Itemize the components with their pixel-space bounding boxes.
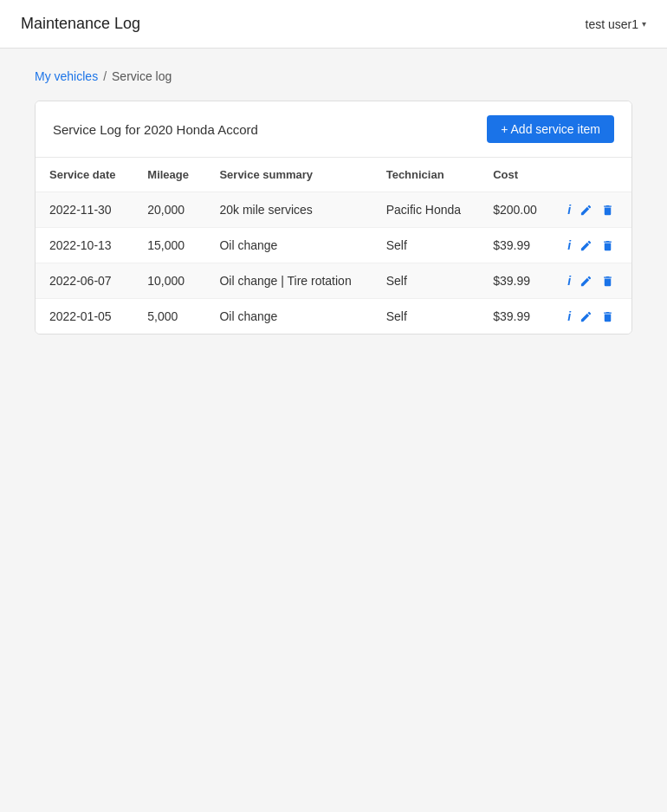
edit-icon[interactable]: [580, 239, 593, 252]
delete-icon[interactable]: [601, 275, 614, 288]
col-technician: Technician: [372, 158, 480, 192]
table-body: 2022-11-30 20,000 20k mile services Paci…: [36, 192, 631, 335]
user-menu[interactable]: test user1 ▾: [586, 17, 646, 31]
cell-date: 2022-10-13: [36, 228, 133, 263]
cell-cost: $200.00: [479, 192, 554, 228]
delete-icon[interactable]: [601, 310, 614, 323]
table-row: 2022-01-05 5,000 Oil change Self $39.99 …: [36, 299, 631, 335]
table-header: Service date Mileage Service summary Tec…: [36, 158, 631, 192]
cell-summary: Oil change: [205, 228, 372, 263]
table-row: 2022-10-13 15,000 Oil change Self $39.99…: [36, 228, 631, 263]
cell-technician: Self: [372, 299, 480, 335]
table-row: 2022-11-30 20,000 20k mile services Paci…: [36, 192, 631, 228]
service-log-card: Service Log for 2020 Honda Accord + Add …: [35, 101, 632, 335]
table-row: 2022-06-07 10,000 Oil change | Tire rota…: [36, 263, 631, 299]
chevron-down-icon: ▾: [642, 19, 646, 29]
cell-date: 2022-06-07: [36, 263, 133, 299]
cell-technician: Pacific Honda: [372, 192, 480, 228]
card-title: Service Log for 2020 Honda Accord: [53, 122, 258, 137]
cell-mileage: 5,000: [133, 299, 205, 335]
col-mileage: Mileage: [133, 158, 205, 192]
card-header: Service Log for 2020 Honda Accord + Add …: [36, 101, 631, 158]
info-icon[interactable]: i: [567, 274, 571, 288]
cell-technician: Self: [372, 228, 480, 263]
service-log-table: Service date Mileage Service summary Tec…: [36, 158, 631, 334]
breadcrumb-separator: /: [103, 69, 107, 83]
col-service-date: Service date: [36, 158, 133, 192]
app-title: Maintenance Log: [21, 15, 140, 33]
edit-icon[interactable]: [580, 204, 593, 217]
info-icon[interactable]: i: [567, 203, 571, 217]
edit-icon[interactable]: [580, 275, 593, 288]
cell-date: 2022-11-30: [36, 192, 133, 228]
cell-cost: $39.99: [479, 263, 554, 299]
cell-summary: 20k mile services: [205, 192, 372, 228]
cell-mileage: 10,000: [133, 263, 205, 299]
cell-actions: i: [554, 228, 631, 263]
cell-date: 2022-01-05: [36, 299, 133, 335]
breadcrumb-current: Service log: [112, 69, 172, 83]
cell-actions: i: [554, 192, 631, 228]
app-header: Maintenance Log test user1 ▾: [0, 0, 667, 49]
cell-actions: i: [554, 263, 631, 299]
cell-mileage: 20,000: [133, 192, 205, 228]
cell-mileage: 15,000: [133, 228, 205, 263]
col-actions: [554, 158, 631, 192]
info-icon[interactable]: i: [567, 309, 571, 323]
breadcrumb: My vehicles / Service log: [35, 69, 632, 83]
cell-cost: $39.99: [479, 299, 554, 335]
delete-icon[interactable]: [601, 204, 614, 217]
col-service-summary: Service summary: [205, 158, 372, 192]
cell-actions: i: [554, 299, 631, 335]
cell-cost: $39.99: [479, 228, 554, 263]
breadcrumb-link-my-vehicles[interactable]: My vehicles: [35, 69, 98, 83]
edit-icon[interactable]: [580, 310, 593, 323]
cell-summary: Oil change | Tire rotation: [205, 263, 372, 299]
user-name: test user1: [586, 17, 638, 31]
add-service-item-button[interactable]: + Add service item: [487, 115, 614, 143]
main-content: My vehicles / Service log Service Log fo…: [0, 49, 667, 355]
delete-icon[interactable]: [601, 239, 614, 252]
col-cost: Cost: [479, 158, 554, 192]
cell-summary: Oil change: [205, 299, 372, 335]
cell-technician: Self: [372, 263, 480, 299]
info-icon[interactable]: i: [567, 238, 571, 252]
